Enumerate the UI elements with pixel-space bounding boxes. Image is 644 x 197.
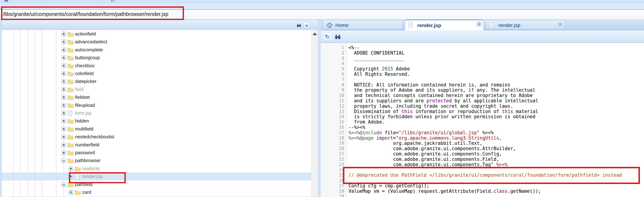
tree-item-label[interactable]: fileupload xyxy=(75,102,95,108)
tree-expander[interactable]: + xyxy=(62,56,66,60)
tree-item-fieldset[interactable]: + fieldset xyxy=(2,94,318,101)
tree-item-fileupload[interactable]: + fileupload xyxy=(2,102,318,109)
code-line-17[interactable]: 17%><%@include file="/libs/granite/ui/gl… xyxy=(321,130,644,136)
code-line-15[interactable]: 15 from Adobe. xyxy=(321,120,644,125)
tree-item-label[interactable]: render.jsp xyxy=(82,174,102,179)
code-line-2[interactable]: 2 ADOBE CONFIDENTIAL xyxy=(321,50,644,56)
code-line-10[interactable]: 10 and technical concepts contained here… xyxy=(321,93,644,98)
tree-item-label[interactable]: fieldset xyxy=(75,94,90,100)
tree-item-nestedcheckboxlist[interactable]: + nestedcheckboxlist xyxy=(2,133,318,141)
tree-item-label[interactable]: autocomplete xyxy=(75,47,103,52)
scroll-up-arrow[interactable] xyxy=(313,33,317,35)
tree-item-label[interactable]: form.jsp xyxy=(75,110,92,116)
tree-item-password[interactable]: + password xyxy=(2,149,318,157)
code-line-21[interactable]: 21 com.adobe.granite.ui.components.Confi… xyxy=(321,151,644,157)
code-line-20[interactable]: 20 com.adobe.granite.ui.components.AttrB… xyxy=(321,146,644,151)
tree-item-autocomplete[interactable]: + autocomplete xyxy=(2,46,318,54)
tree-item-hidden[interactable]: + hidden xyxy=(2,117,318,125)
path-input[interactable]: /libs/granite/ui/components/coral/founda… xyxy=(0,9,644,20)
code-line-5[interactable]: 5 Copyright 2015 Adobe xyxy=(321,66,644,72)
tree-expander[interactable]: + xyxy=(62,142,66,147)
tree-item-label[interactable]: datepicker xyxy=(75,78,96,84)
code-line-6[interactable]: 6 All Rights Reserved. xyxy=(321,72,644,77)
code-line-13[interactable]: 13 Dissemination of this information or … xyxy=(321,109,644,114)
tree-item-label[interactable]: colorfield xyxy=(75,71,94,76)
code-line-9[interactable]: 9 the property of Adobe and its supplier… xyxy=(321,88,644,93)
code-line-29[interactable]: 29 xyxy=(321,194,644,197)
code-line-25[interactable]: 25// @deprecated Use PathField </libs/gr… xyxy=(321,172,644,178)
tree-item-label[interactable]: pathfield xyxy=(75,182,92,187)
tree-item-label[interactable]: buttongroup xyxy=(75,55,100,60)
code-line-12[interactable]: 12 property laws, including trade secret… xyxy=(321,104,644,109)
tree-item-field[interactable]: + field xyxy=(2,86,318,94)
tree-item-label[interactable]: card xyxy=(82,190,91,195)
tree-expander[interactable]: + xyxy=(62,95,66,100)
code-line-14[interactable]: 14 is strictly forbidden unless prior wr… xyxy=(321,114,644,120)
tree-expander[interactable]: − xyxy=(62,182,66,187)
tree-item-pathbrowser[interactable]: − pathbrowser xyxy=(2,157,318,164)
tree-item-multifield[interactable]: + multifield xyxy=(2,125,318,133)
tree-expander[interactable]: + xyxy=(62,79,66,84)
tree-expander[interactable]: + xyxy=(62,103,66,108)
tree-item-label[interactable]: password xyxy=(75,150,95,156)
code-line-7[interactable]: 7 xyxy=(321,77,644,82)
tree-expander[interactable]: + xyxy=(62,111,66,115)
editor-search-button[interactable] xyxy=(334,33,342,41)
tree-expander[interactable]: + xyxy=(62,134,66,139)
tree-item-label[interactable]: advancedselect xyxy=(75,39,107,44)
tree-expander[interactable]: + xyxy=(62,40,66,44)
tab-home[interactable]: Home xyxy=(323,20,402,30)
tree-scrollbar[interactable] xyxy=(311,30,318,197)
code-line-24[interactable]: 24 xyxy=(321,167,644,172)
tree-expander[interactable]: + xyxy=(62,71,66,76)
tree-item-label[interactable]: multifield xyxy=(75,126,94,132)
code-line-4[interactable]: 4 xyxy=(321,61,644,66)
tree-expander[interactable]: + xyxy=(62,48,66,52)
show-structure-button[interactable] xyxy=(324,33,332,41)
tree-item-label[interactable]: readonly xyxy=(82,166,100,171)
code-line-18[interactable]: 18%><%@page import="org.apache.commons.l… xyxy=(321,136,644,141)
tree-expander[interactable]: + xyxy=(62,32,66,36)
tree-item-actionfield[interactable]: + actionfield xyxy=(2,30,318,38)
code-line-16[interactable]: 16--%><% xyxy=(321,125,644,130)
tree-item-card[interactable]: + card xyxy=(2,188,318,196)
code-line-11[interactable]: 11 and its suppliers and are protected b… xyxy=(321,98,644,104)
tree-item-advancedselect[interactable]: + advancedselect xyxy=(2,38,318,46)
code-line-28[interactable]: 28ValueMap vm = (ValueMap) request.getAt… xyxy=(321,188,644,194)
tree-expander[interactable]: + xyxy=(68,174,73,179)
tree-item-pathfield[interactable]: − pathfield xyxy=(2,180,318,188)
tab-render-jsp[interactable]: render.jsp✕ xyxy=(405,20,484,30)
code-line-23[interactable]: 23 com.adobe.granite.ui.components.Tag" … xyxy=(321,162,644,168)
code-line-22[interactable]: 22 com.adobe.granite.ui.components.Field… xyxy=(321,157,644,162)
tree-expander[interactable]: + xyxy=(68,190,73,194)
code-line-1[interactable]: 1<%-- xyxy=(321,45,644,50)
tree-item-buttongroup[interactable]: + buttongroup xyxy=(2,54,318,62)
tab-close-icon[interactable]: ✕ xyxy=(476,22,482,27)
tree-expander[interactable]: + xyxy=(68,166,73,171)
tree-item-form-jsp[interactable]: + form.jsp xyxy=(2,109,318,117)
code-line-3[interactable]: 3 __________________ xyxy=(321,56,644,61)
tree-expander[interactable]: + xyxy=(62,64,66,68)
tree-item-label[interactable]: nestedcheckboxlist xyxy=(75,134,114,140)
tab-close-icon[interactable]: ✕ xyxy=(558,22,563,27)
tree-expander[interactable]: − xyxy=(62,158,66,163)
tree-item-label[interactable]: field xyxy=(75,87,84,92)
tree-item-numberfield[interactable]: + numberfield xyxy=(2,141,318,149)
code-line-8[interactable]: 8 NOTICE: All information contained here… xyxy=(321,82,644,88)
code-line-27[interactable]: 27Config cfg = cmp.getConfig(); xyxy=(321,183,644,188)
tree-item-label[interactable]: checkbox xyxy=(75,63,95,68)
code-line-19[interactable]: 19 org.apache.jackrabbit.util.Text, xyxy=(321,141,644,146)
tree-item-render-jsp[interactable]: + render.jsp xyxy=(2,172,318,180)
tree-item-label[interactable]: actionfield xyxy=(75,31,96,37)
tree-item-label[interactable]: pathbrowser xyxy=(75,158,100,163)
tree-item-label[interactable]: numberfield xyxy=(75,142,99,148)
tree-expander[interactable]: + xyxy=(62,127,66,131)
code-editor[interactable]: 1<%--2 ADOBE CONFIDENTIAL3 _____________… xyxy=(321,43,644,197)
code-line-26[interactable]: 26 xyxy=(321,178,644,183)
tab-render-jsp-2[interactable]: render.jsp✕ xyxy=(486,20,564,30)
tree-expander[interactable]: + xyxy=(62,119,66,123)
tree-item-checkbox[interactable]: + checkbox xyxy=(2,62,318,70)
tree-item-datepicker[interactable]: + datepicker xyxy=(2,78,318,86)
tree-item-readonly[interactable]: + readonly xyxy=(2,165,318,172)
tree-expander[interactable]: + xyxy=(62,87,66,92)
